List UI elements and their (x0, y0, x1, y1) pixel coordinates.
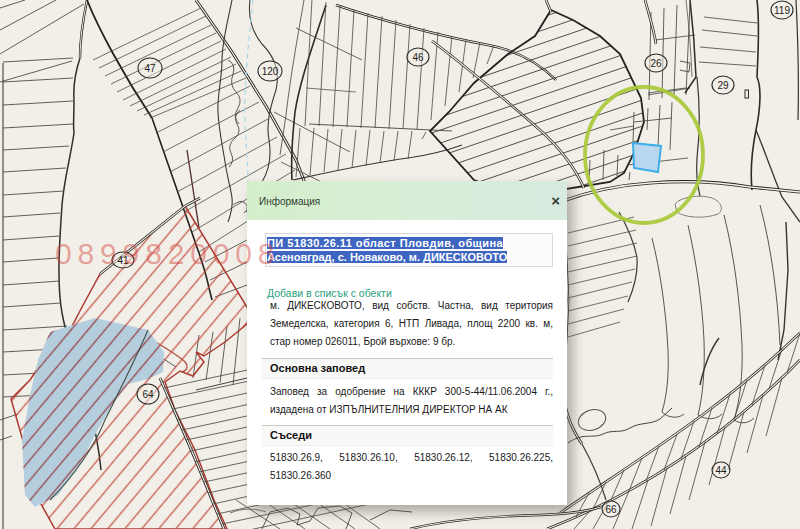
svg-text:29: 29 (717, 80, 729, 91)
svg-text:66: 66 (605, 504, 617, 515)
svg-text:46: 46 (412, 52, 424, 63)
svg-text:120: 120 (262, 66, 279, 77)
svg-text:64: 64 (142, 389, 154, 400)
svg-text:44: 44 (715, 465, 727, 476)
svg-text:119: 119 (774, 5, 790, 16)
svg-text:47: 47 (144, 63, 156, 74)
svg-text:26: 26 (650, 58, 662, 69)
